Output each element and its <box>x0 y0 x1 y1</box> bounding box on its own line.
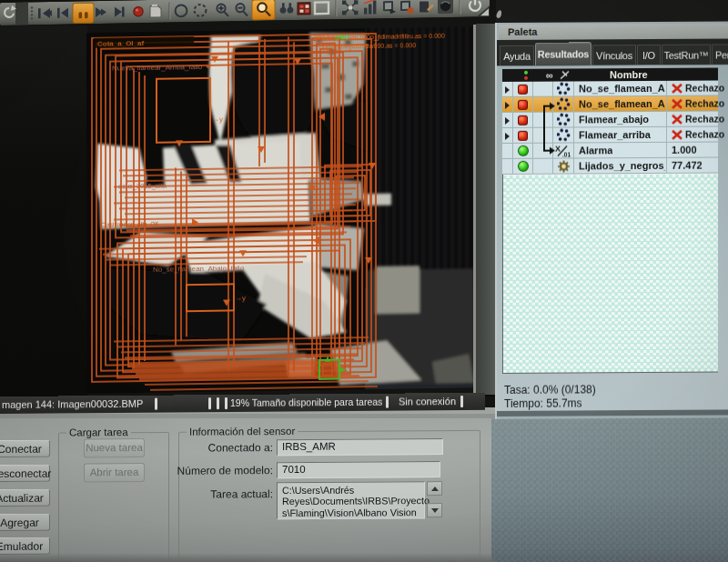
svg-text:.01: .01 <box>562 151 571 157</box>
svg-text:Nueva_flamear_Arriba_fallo ◄: Nueva_flamear_Arriba_fallo ◄ <box>112 63 211 73</box>
svg-text:X: X <box>555 145 561 154</box>
svg-text:→y: →y <box>212 115 223 124</box>
svg-text:No_se_flamean_Abajo_fallo: No_se_flamean_Abajo_fallo <box>153 264 245 274</box>
svg-text:Nombre: Nombre <box>610 69 648 80</box>
svg-text:→y: →y <box>235 294 246 302</box>
svg-text:Cota_a_OI_af: Cota_a_OI_af <box>97 39 144 48</box>
svg-text:∞: ∞ <box>546 70 553 81</box>
svg-text:ocus_2015_alta: ocus_2015_alta <box>118 182 167 191</box>
